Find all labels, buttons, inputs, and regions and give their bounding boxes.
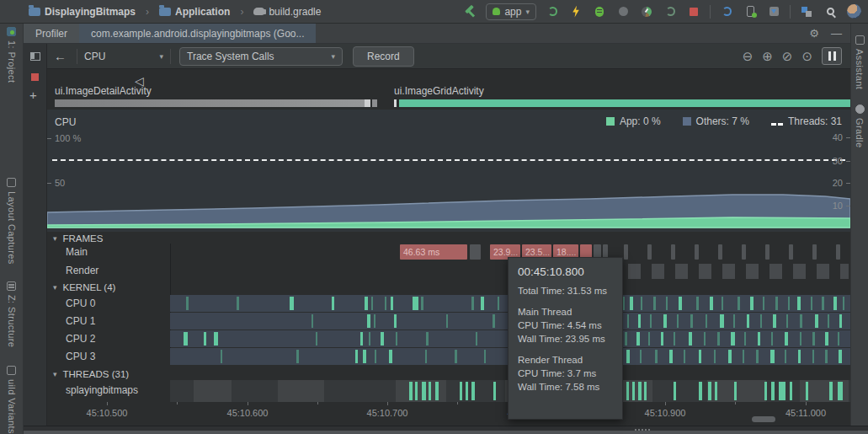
activity-detail-bar[interactable] [55,99,365,107]
kernel-activity-bar[interactable] [312,314,313,328]
kernel-activity-bar[interactable] [636,332,640,346]
kernel-activity-bar[interactable] [674,332,675,346]
hammer-icon[interactable] [462,4,477,19]
thread-activity-bar[interactable] [829,382,833,400]
kernel-activity-bar[interactable] [843,297,844,310]
sidebar-item-gradle[interactable]: Gradle [851,104,868,147]
kernel-activity-bar[interactable] [625,332,627,346]
kernel-activity-bar[interactable] [221,350,222,363]
kernel-activity-bar[interactable] [413,297,418,310]
run-icon[interactable] [545,4,560,19]
kernel-activity-bar[interactable] [722,297,723,310]
kernel-activity-bar[interactable] [770,350,775,363]
sidebar-item-project[interactable]: 1: Project [0,27,23,83]
render-frame-bar[interactable] [769,264,782,279]
run-config-select[interactable]: app▾ [486,3,536,20]
thread-activity-bar[interactable] [838,382,843,400]
kernel-activity-bar[interactable] [650,314,652,328]
kernel-activity-bar[interactable] [381,332,384,346]
kernel-activity-bar[interactable] [744,332,746,346]
kernel-activity-bar[interactable] [720,314,724,328]
kernel-activity-bar[interactable] [785,332,788,346]
thread-activity-bar[interactable] [644,382,647,400]
kernel-activity-bar[interactable] [785,350,786,363]
kernel-activity-bar[interactable] [186,297,189,310]
thread-activity-bar[interactable] [764,382,767,400]
kernel-activity-bar[interactable] [788,297,790,310]
sidebar-item-layout-captures[interactable]: Layout Captures [0,178,23,265]
render-frame-bar[interactable] [746,264,759,279]
kernel-activity-bar[interactable] [455,350,457,363]
kernel-activity-bar[interactable] [689,332,692,346]
kernel-activity-bar[interactable] [825,332,828,346]
kernel-activity-bar[interactable] [184,332,188,346]
kernel-activity-bar[interactable] [677,314,679,328]
thread-activity-bar[interactable] [674,382,676,400]
kernel-activity-bar[interactable] [630,297,633,310]
minimize-icon[interactable]: — [831,27,842,40]
render-frame-bar[interactable] [793,264,806,279]
sidebar-item-assistant[interactable]: Assistant [851,35,868,89]
zoom-to-selection-icon[interactable]: ⊙ [801,50,812,62]
reset-zoom-icon[interactable]: ⊘ [782,50,793,62]
kernel-activity-bar[interactable] [684,350,685,363]
kernel-activity-bar[interactable] [758,332,760,346]
kernel-activity-bar[interactable] [839,350,842,363]
debug-icon[interactable] [592,4,607,19]
kernel-activity-bar[interactable] [296,350,299,363]
kernel-activity-bar[interactable] [394,314,397,328]
kernel-activity-bar[interactable] [743,350,744,363]
kernel-activity-bar[interactable] [476,332,477,346]
breadcrumb-project[interactable]: DisplayingBitmaps [45,6,136,18]
kernel-activity-bar[interactable] [493,314,495,328]
kernel-activity-bar[interactable] [391,297,393,310]
frame-bar[interactable] [718,244,722,260]
kernel-activity-bar[interactable] [756,350,759,363]
device-manager-icon[interactable] [743,4,758,19]
kernel-activity-bar[interactable] [706,314,707,328]
tab-displayingbitmaps[interactable]: com.example.android.displayingbitmaps (G… [79,24,316,43]
kernel-activity-bar[interactable] [367,314,370,328]
kernel-activity-bar[interactable] [471,297,474,310]
kernel-activity-bar[interactable] [655,350,658,363]
frame-bar[interactable] [836,244,840,260]
kernel-activity-bar[interactable] [690,314,693,328]
session-window-icon[interactable] [30,52,40,61]
kernel-activity-bar[interactable] [661,332,663,346]
thread-activity-bar[interactable] [435,382,439,400]
thread-activity-bar[interactable] [429,382,431,400]
kernel-activity-bar[interactable] [425,350,427,363]
thread-activity-bar[interactable] [466,382,468,400]
kernel-activity-bar[interactable] [389,350,392,363]
profiler-view-select[interactable]: CPU ▾ [77,51,170,62]
kernel-activity-bar[interactable] [679,297,682,310]
kernel-activity-bar[interactable] [838,332,839,346]
thread-activity-bar[interactable] [460,382,462,400]
kernel-activity-bar[interactable] [811,297,812,310]
thread-activity-bar[interactable] [734,382,737,400]
kernel-activity-bar[interactable] [360,332,363,346]
tab-profiler[interactable]: Profiler [24,24,79,43]
kernel-activity-bar[interactable] [775,297,778,310]
kernel-activity-bar[interactable] [763,297,764,310]
kernel-activity-bar[interactable] [717,332,720,346]
kernel-activity-bar[interactable] [363,350,366,363]
frame-bar[interactable] [470,244,481,260]
thread-activity-bar[interactable] [779,382,785,400]
kernel-activity-bar[interactable] [396,332,397,346]
kernel-activity-bar[interactable] [385,297,386,310]
sidebar-item-structure[interactable]: Z: Structure [0,281,23,347]
kernel-activity-bar[interactable] [800,332,801,346]
frames-section-header[interactable]: ▾ FRAMES [47,233,850,244]
frame-bar[interactable]: 46.63 ms [400,244,467,260]
render-frame-bar[interactable] [652,264,664,279]
kernel-activity-bar[interactable] [800,314,802,328]
add-session-icon[interactable]: + [29,88,37,102]
kernel-activity-bar[interactable] [699,350,701,363]
kernel-activity-bar[interactable] [355,350,358,363]
kernel-activity-bar[interactable] [815,314,818,328]
thread-activity-bar[interactable] [632,382,635,400]
kernel-activity-bar[interactable] [332,297,334,310]
kernel-activity-bar[interactable] [484,350,486,363]
kernel-activity-bar[interactable] [365,297,368,310]
